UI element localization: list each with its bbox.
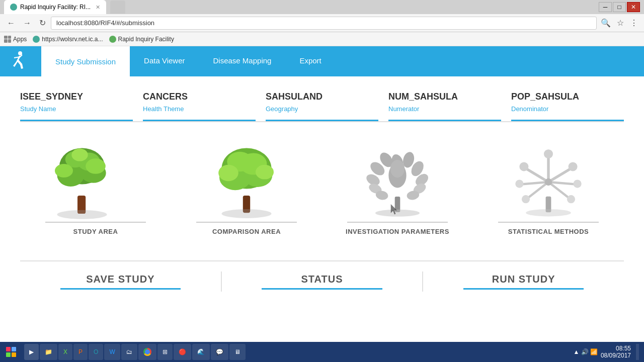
browser-tab-active[interactable]: Rapid Inquiry Facility: RI... ✕ [4,0,106,14]
tab-close-button[interactable]: ✕ [96,4,100,11]
svg-point-32 [390,160,405,177]
window-close-button[interactable]: ✕ [627,2,640,12]
taskbar-item-excel[interactable]: X [58,344,72,360]
save-study-section[interactable]: SAVE STUDY [20,274,221,290]
save-study-underline [60,288,181,290]
status-underline [262,288,382,290]
field-study-name: ISEE_SYDNEY Study Name [20,92,133,121]
numerator-label: Numerator [388,105,491,113]
browser-forward-button[interactable]: → [20,17,34,30]
step-comparison-area[interactable]: COMPARISON AREA [171,137,322,240]
step-investigation-params[interactable]: INVESTIGATION PARAMETERS [322,137,473,240]
svg-point-16 [218,165,238,181]
run-study-section[interactable]: RUN STUDY [423,274,624,290]
field-health-theme: CANCERS Health Theme [143,92,256,121]
nav-tabs: Study Submission Data Viewer Disease Map… [41,46,336,76]
taskbar-item-powerpoint[interactable]: P [73,344,88,360]
statistical-methods-label: STATISTICAL METHODS [508,228,589,235]
tab-favicon [10,4,17,11]
tray-time-value: 08:55 [601,345,631,352]
taskbar-item-outlook[interactable]: O [89,344,103,360]
investigation-params-label: INVESTIGATION PARAMETERS [346,228,449,235]
bookmark-favicon2 [109,36,116,43]
tab-export[interactable]: Export [285,46,335,76]
browser-menu-icon[interactable]: ⋮ [628,16,640,30]
taskbar-item-app2[interactable]: 🌊 [192,344,210,360]
bookmark-star-icon[interactable]: ☆ [615,16,626,30]
study-name-label: Study Name [20,105,123,113]
steps-grid: STUDY AREA COM [20,137,624,240]
save-study-label: SAVE STUDY [20,274,221,285]
geography-label: Geography [266,105,368,113]
status-section[interactable]: STATUS [222,274,423,290]
svg-point-7 [86,158,106,174]
bookmark-apps[interactable]: Apps [4,36,27,43]
svg-point-44 [569,162,578,171]
geography-value: SAHSULAND [266,92,368,102]
browser-back-button[interactable]: ← [4,17,18,30]
svg-point-51 [526,209,571,216]
svg-point-45 [515,180,523,188]
svg-point-19 [222,209,272,218]
step-statistical-methods[interactable]: STATISTICAL METHODS [473,137,624,240]
tab-disease-mapping[interactable]: Disease Mapping [199,46,286,76]
tray-show-desktop[interactable] [636,344,639,360]
taskbar-item-media[interactable]: ▶ [24,344,39,360]
tray-icons: ▲ 🔊 📶 [573,348,598,355]
windows-logo [6,347,16,357]
status-label: STATUS [222,274,423,285]
app-header: Study Submission Data Viewer Disease Map… [0,46,644,76]
address-bar[interactable] [51,17,597,30]
denominator-value: POP_SAHSULA [511,92,614,102]
bookmark-rif[interactable]: Rapid Inquiry Facility [109,36,174,43]
taskbar-item-app1[interactable]: 🔴 [174,344,191,360]
taskbar-item-word[interactable]: W [104,344,120,360]
investigation-params-icon [347,142,448,223]
svg-line-37 [548,168,571,182]
bookmark-wolsrv-label: https://wolsrv.net.ic.a... [42,36,103,43]
window-maximize-button[interactable]: □ [613,2,626,12]
taskbar-item-app3[interactable]: 🖥 [229,344,246,360]
taskbar-items: ▶ 📁 X P O W 🗂 ⊞ 🔴 🌊 💬 🖥 [22,344,568,360]
browser-refresh-button[interactable]: ↻ [36,16,49,30]
svg-point-43 [519,162,528,171]
window-minimize-button[interactable]: ─ [599,2,612,12]
tray-clock: 08:55 08/09/2017 [601,345,631,359]
study-name-value: ISEE_SYDNEY [20,92,123,102]
tab-data-viewer[interactable]: Data Viewer [130,46,199,76]
tray-date-value: 08/09/2017 [601,352,631,359]
action-row: SAVE STUDY STATUS RUN STUDY [20,260,624,292]
browser-tab-new[interactable] [110,1,125,14]
bookmark-apps-label: Apps [13,36,27,43]
statistical-methods-icon [498,142,599,223]
numerator-value: NUM_SAHSULA [388,92,491,102]
search-icon[interactable]: 🔍 [599,16,613,30]
tab-study-submission[interactable]: Study Submission [41,46,130,76]
svg-line-36 [526,168,548,182]
step-study-area[interactable]: STUDY AREA [20,137,171,240]
study-area-icon [45,142,146,223]
field-numerator: NUM_SAHSULA Numerator [388,92,501,121]
study-area-label: STUDY AREA [73,228,118,235]
bookmark-rif-label: Rapid Inquiry Facility [118,36,174,43]
denominator-label: Denominator [511,105,614,113]
taskbar-item-skype[interactable]: 💬 [211,344,228,360]
field-geography: SAHSULAND Geography [266,92,378,121]
summary-row: ISEE_SYDNEY Study Name CANCERS Health Th… [20,92,624,122]
taskbar-item-explorer[interactable]: 🗂 [121,344,137,360]
svg-point-47 [522,195,530,203]
svg-point-8 [71,148,88,161]
start-button[interactable] [0,342,22,362]
taskbar-item-files[interactable]: 📁 [40,344,57,360]
taskbar-item-metro[interactable]: ⊞ [157,344,173,360]
svg-point-46 [574,180,582,188]
svg-point-42 [544,149,553,158]
svg-point-10 [57,210,107,219]
comparison-area-icon [196,142,297,223]
svg-point-34 [375,210,420,217]
main-content: ISEE_SYDNEY Study Name CANCERS Health Th… [0,76,644,346]
bookmark-wolsrv[interactable]: https://wolsrv.net.ic.a... [33,36,103,43]
taskbar: ▶ 📁 X P O W 🗂 ⊞ 🔴 🌊 💬 🖥 ▲ 🔊 📶 08:55 08/0… [0,342,644,362]
tab-label: Rapid Inquiry Facility: RI... [20,4,91,11]
taskbar-item-chrome[interactable] [138,344,156,360]
